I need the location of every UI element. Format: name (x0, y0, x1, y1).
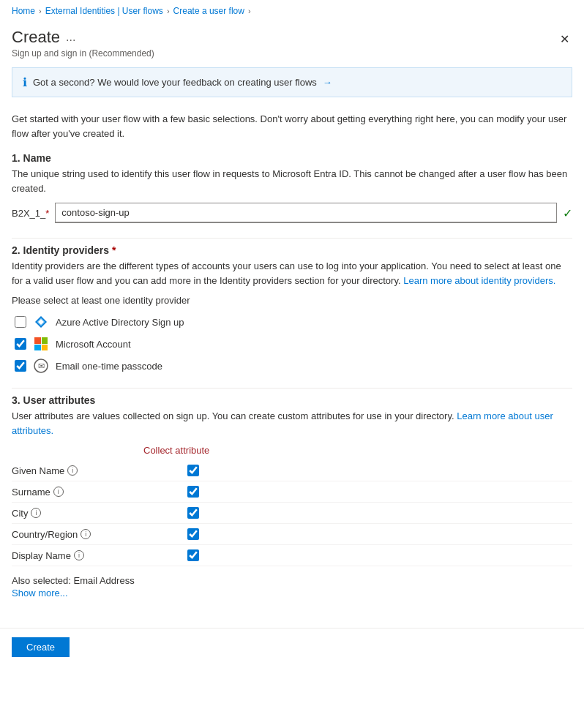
attr-name-surname: Surname i (12, 487, 143, 498)
name-prefix: B2X_1_* (12, 208, 49, 219)
email-icon-container: ✉ (34, 359, 48, 373)
attr-label-given-name: Given Name (12, 465, 64, 476)
attr-checkbox-given-name[interactable] (187, 465, 199, 476)
attr-name-display-name: Display Name i (12, 550, 143, 561)
azure-icon (34, 315, 48, 329)
name-input[interactable] (55, 203, 557, 223)
create-button[interactable]: Create (12, 637, 70, 657)
name-input-row: B2X_1_* ✓ (12, 203, 572, 223)
section-ua-desc: User attributes are values collected on … (12, 409, 572, 438)
section-divider-1 (12, 238, 572, 239)
section-name-title: 1. Name (12, 152, 572, 164)
ip-learn-more[interactable]: Learn more about identity providers. (403, 275, 555, 286)
attr-label-city: City (12, 508, 28, 519)
breadcrumb-sep-3: › (248, 7, 251, 15)
input-check-icon: ✓ (563, 206, 572, 220)
breadcrumb-sep-1: › (39, 7, 42, 15)
required-star: * (45, 208, 49, 219)
attr-checkbox-surname[interactable] (187, 486, 199, 498)
section-user-attributes: 3. User attributes User attributes are v… (12, 394, 572, 598)
email-otp-icon: ✉ (34, 359, 48, 373)
breadcrumb: Home › External Identities | User flows … (0, 0, 584, 22)
provider-label-microsoft: Microsoft Account (56, 339, 131, 350)
section-name-desc: The unique string used to identify this … (12, 167, 572, 195)
ua-desc-text: User attributes are values collected on … (12, 410, 454, 421)
provider-checkbox-email[interactable] (15, 360, 26, 372)
provider-label-aad: Azure Active Directory Sign up (56, 317, 184, 328)
please-select-text: Please select at least one identity prov… (12, 295, 572, 306)
feedback-banner: ℹ Got a second? We would love your feedb… (12, 67, 572, 97)
feedback-link[interactable]: → (323, 77, 332, 88)
main-content: Get started with your user flow with a f… (0, 103, 584, 622)
section-name: 1. Name The unique string used to identi… (12, 152, 572, 223)
attr-name-country: Country/Region i (12, 529, 143, 540)
attr-info-country[interactable]: i (81, 529, 91, 539)
ip-required-star: * (112, 244, 116, 256)
also-selected-text: Also selected: Email Address (12, 575, 572, 586)
ms-yellow (42, 345, 48, 351)
provider-item-email: ✉ Email one-time passcode (15, 359, 572, 373)
attr-row-given-name: Given Name i (12, 460, 572, 481)
ms-squares (34, 337, 48, 350)
page-header-left: Create ... Sign up and sign in (Recommen… (12, 28, 154, 59)
attr-label-display-name: Display Name (12, 550, 71, 561)
attr-row-city: City i (12, 503, 572, 524)
show-more-link[interactable]: Show more... (12, 588, 572, 598)
attr-name-given-name: Given Name i (12, 465, 143, 476)
ip-title-text: 2. Identity providers (12, 244, 109, 256)
ms-blue (34, 345, 41, 351)
provider-item-microsoft: Microsoft Account (15, 337, 572, 351)
intro-text: Get started with your user flow with a f… (12, 112, 572, 140)
close-button[interactable]: ✕ (557, 29, 572, 49)
section-ip-title: 2. Identity providers * (12, 244, 572, 256)
attr-row-display-name: Display Name i (12, 545, 572, 566)
section-divider-2 (12, 388, 572, 389)
page-ellipsis[interactable]: ... (66, 31, 75, 44)
attr-info-surname[interactable]: i (53, 487, 64, 497)
breadcrumb-external-identities[interactable]: External Identities | User flows (45, 6, 163, 16)
ms-red (34, 337, 41, 344)
attr-info-city[interactable]: i (31, 508, 41, 518)
attr-label-surname: Surname (12, 487, 50, 498)
attr-info-display-name[interactable]: i (74, 550, 84, 560)
page-footer: Create (0, 628, 584, 666)
attr-row-surname: Surname i (12, 481, 572, 503)
page-header: Create ... Sign up and sign in (Recommen… (0, 22, 584, 61)
section-identity-providers: 2. Identity providers * Identity provide… (12, 244, 572, 373)
collect-attribute-label: Collect attribute (143, 445, 209, 456)
ms-green (42, 337, 48, 344)
provider-label-email: Email one-time passcode (56, 361, 162, 372)
section-ip-desc: Identity providers are the different typ… (12, 259, 572, 288)
breadcrumb-home[interactable]: Home (12, 6, 35, 16)
breadcrumb-sep-2: › (167, 7, 170, 15)
attr-checkbox-city[interactable] (187, 507, 199, 519)
collect-attr-header: Collect attribute (143, 445, 572, 456)
prefix-text: B2X_1_ (12, 208, 45, 219)
attr-checkbox-country[interactable] (187, 528, 199, 540)
attr-info-given-name[interactable]: i (67, 465, 78, 476)
section-ua-title: 3. User attributes (12, 394, 572, 406)
identity-providers-list: Azure Active Directory Sign up Microsoft… (15, 315, 572, 373)
breadcrumb-create-user-flow[interactable]: Create a user flow (173, 6, 244, 16)
provider-checkbox-aad[interactable] (15, 316, 26, 328)
page-title: Create (12, 28, 60, 47)
info-icon: ℹ (23, 75, 27, 89)
provider-item-aad: Azure Active Directory Sign up (15, 315, 572, 329)
arrow-icon: → (323, 77, 332, 88)
attr-checkbox-display-name[interactable] (187, 549, 199, 561)
page-subtitle: Sign up and sign in (Recommended) (12, 48, 154, 59)
page-title-row: Create ... (12, 28, 154, 47)
microsoft-icon (34, 337, 48, 351)
attr-name-city: City i (12, 508, 143, 519)
provider-checkbox-microsoft[interactable] (15, 338, 26, 350)
svg-text:✉: ✉ (38, 361, 45, 370)
feedback-text: Got a second? We would love your feedbac… (33, 77, 317, 88)
attr-label-country: Country/Region (12, 529, 78, 540)
attr-row-country: Country/Region i (12, 524, 572, 545)
